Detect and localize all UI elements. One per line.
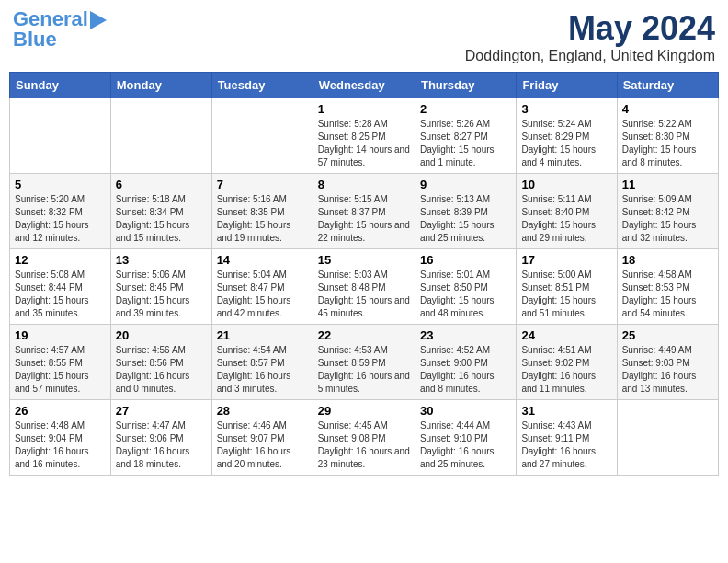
calendar-cell: 25Sunrise: 4:49 AMSunset: 9:03 PMDayligh… bbox=[617, 325, 718, 400]
day-info: Sunrise: 4:56 AMSunset: 8:56 PMDaylight:… bbox=[116, 344, 207, 396]
day-number: 19 bbox=[15, 328, 106, 342]
day-number: 7 bbox=[217, 178, 308, 191]
calendar-cell bbox=[617, 400, 718, 476]
month-title: May 2024 bbox=[465, 9, 715, 48]
day-info: Sunrise: 4:45 AMSunset: 9:08 PMDaylight:… bbox=[318, 419, 410, 471]
calendar-cell: 27Sunrise: 4:47 AMSunset: 9:06 PMDayligh… bbox=[110, 400, 211, 476]
day-info: Sunrise: 5:13 AMSunset: 8:39 PMDaylight:… bbox=[420, 193, 511, 245]
day-number: 14 bbox=[217, 253, 308, 267]
day-number: 21 bbox=[217, 328, 308, 342]
day-info: Sunrise: 4:52 AMSunset: 9:00 PMDaylight:… bbox=[420, 344, 511, 396]
day-info: Sunrise: 5:16 AMSunset: 8:35 PMDaylight:… bbox=[217, 193, 308, 245]
day-number: 10 bbox=[521, 178, 611, 191]
day-number: 5 bbox=[15, 178, 106, 191]
calendar-cell: 1Sunrise: 5:28 AMSunset: 8:25 PMDaylight… bbox=[313, 98, 415, 174]
day-number: 23 bbox=[420, 328, 511, 342]
calendar-cell: 12Sunrise: 5:08 AMSunset: 8:44 PMDayligh… bbox=[10, 249, 111, 325]
logo-text: General Blue bbox=[13, 9, 88, 50]
day-number: 6 bbox=[116, 178, 207, 191]
calendar-header-thursday: Thursday bbox=[415, 73, 516, 98]
day-info: Sunrise: 4:51 AMSunset: 9:02 PMDaylight:… bbox=[521, 344, 611, 396]
day-info: Sunrise: 4:53 AMSunset: 8:59 PMDaylight:… bbox=[318, 344, 410, 396]
day-info: Sunrise: 4:58 AMSunset: 8:53 PMDaylight:… bbox=[622, 269, 713, 320]
calendar-cell: 2Sunrise: 5:26 AMSunset: 8:27 PMDaylight… bbox=[415, 98, 516, 174]
calendar-cell: 31Sunrise: 4:43 AMSunset: 9:11 PMDayligh… bbox=[517, 400, 617, 476]
calendar-header-wednesday: Wednesday bbox=[313, 73, 415, 98]
calendar-cell: 18Sunrise: 4:58 AMSunset: 8:53 PMDayligh… bbox=[617, 249, 718, 325]
day-info: Sunrise: 5:00 AMSunset: 8:51 PMDaylight:… bbox=[521, 269, 611, 320]
calendar-week-row: 5Sunrise: 5:20 AMSunset: 8:32 PMDaylight… bbox=[10, 174, 719, 249]
day-number: 1 bbox=[318, 102, 410, 116]
calendar-cell: 10Sunrise: 5:11 AMSunset: 8:40 PMDayligh… bbox=[517, 174, 617, 249]
day-number: 22 bbox=[318, 328, 410, 342]
day-info: Sunrise: 4:57 AMSunset: 8:55 PMDaylight:… bbox=[15, 344, 106, 396]
day-number: 28 bbox=[217, 404, 308, 418]
day-info: Sunrise: 4:48 AMSunset: 9:04 PMDaylight:… bbox=[15, 419, 106, 471]
calendar-cell: 15Sunrise: 5:03 AMSunset: 8:48 PMDayligh… bbox=[313, 249, 415, 325]
calendar-cell: 17Sunrise: 5:00 AMSunset: 8:51 PMDayligh… bbox=[517, 249, 617, 325]
day-info: Sunrise: 5:24 AMSunset: 8:29 PMDaylight:… bbox=[521, 118, 611, 169]
day-number: 13 bbox=[116, 253, 207, 267]
day-info: Sunrise: 4:49 AMSunset: 9:03 PMDaylight:… bbox=[622, 344, 713, 396]
calendar-cell: 13Sunrise: 5:06 AMSunset: 8:45 PMDayligh… bbox=[110, 249, 211, 325]
day-info: Sunrise: 4:54 AMSunset: 8:57 PMDaylight:… bbox=[217, 344, 308, 396]
day-number: 9 bbox=[420, 178, 511, 191]
day-number: 20 bbox=[116, 328, 207, 342]
day-number: 2 bbox=[420, 102, 511, 116]
calendar-table: SundayMondayTuesdayWednesdayThursdayFrid… bbox=[9, 72, 719, 476]
calendar-cell: 26Sunrise: 4:48 AMSunset: 9:04 PMDayligh… bbox=[10, 400, 111, 476]
day-info: Sunrise: 5:18 AMSunset: 8:34 PMDaylight:… bbox=[116, 193, 207, 245]
day-number: 12 bbox=[15, 253, 106, 267]
day-number: 17 bbox=[521, 253, 611, 267]
calendar-week-row: 26Sunrise: 4:48 AMSunset: 9:04 PMDayligh… bbox=[10, 400, 719, 476]
calendar-cell: 21Sunrise: 4:54 AMSunset: 8:57 PMDayligh… bbox=[211, 325, 313, 400]
calendar-cell: 28Sunrise: 4:46 AMSunset: 9:07 PMDayligh… bbox=[211, 400, 313, 476]
calendar-cell bbox=[10, 98, 111, 174]
calendar-week-row: 12Sunrise: 5:08 AMSunset: 8:44 PMDayligh… bbox=[10, 249, 719, 325]
day-info: Sunrise: 5:09 AMSunset: 8:42 PMDaylight:… bbox=[622, 193, 713, 245]
day-info: Sunrise: 5:28 AMSunset: 8:25 PMDaylight:… bbox=[318, 118, 410, 169]
day-number: 29 bbox=[318, 404, 410, 418]
calendar-header-tuesday: Tuesday bbox=[211, 73, 313, 98]
day-info: Sunrise: 5:04 AMSunset: 8:47 PMDaylight:… bbox=[217, 269, 308, 320]
calendar-cell: 4Sunrise: 5:22 AMSunset: 8:30 PMDaylight… bbox=[617, 98, 718, 174]
page-header: General Blue May 2024 Doddington, Englan… bbox=[9, 9, 719, 64]
logo-icon bbox=[90, 11, 107, 37]
day-number: 24 bbox=[521, 328, 611, 342]
calendar-header-monday: Monday bbox=[110, 73, 211, 98]
calendar-cell: 11Sunrise: 5:09 AMSunset: 8:42 PMDayligh… bbox=[617, 174, 718, 249]
title-section: May 2024 Doddington, England, United Kin… bbox=[465, 9, 715, 64]
calendar-cell: 22Sunrise: 4:53 AMSunset: 8:59 PMDayligh… bbox=[313, 325, 415, 400]
calendar-cell: 16Sunrise: 5:01 AMSunset: 8:50 PMDayligh… bbox=[415, 249, 516, 325]
day-info: Sunrise: 4:43 AMSunset: 9:11 PMDaylight:… bbox=[521, 419, 611, 471]
logo: General Blue bbox=[13, 9, 107, 50]
day-number: 26 bbox=[15, 404, 106, 418]
calendar-week-row: 1Sunrise: 5:28 AMSunset: 8:25 PMDaylight… bbox=[10, 98, 719, 174]
calendar-cell: 29Sunrise: 4:45 AMSunset: 9:08 PMDayligh… bbox=[313, 400, 415, 476]
day-info: Sunrise: 5:20 AMSunset: 8:32 PMDaylight:… bbox=[15, 193, 106, 245]
calendar-cell: 7Sunrise: 5:16 AMSunset: 8:35 PMDaylight… bbox=[211, 174, 313, 249]
calendar-header-saturday: Saturday bbox=[617, 73, 718, 98]
day-number: 25 bbox=[622, 328, 713, 342]
day-number: 16 bbox=[420, 253, 511, 267]
calendar-header-sunday: Sunday bbox=[10, 73, 111, 98]
day-number: 4 bbox=[622, 102, 713, 116]
day-number: 15 bbox=[318, 253, 410, 267]
day-number: 8 bbox=[318, 178, 410, 191]
day-info: Sunrise: 5:26 AMSunset: 8:27 PMDaylight:… bbox=[420, 118, 511, 169]
day-info: Sunrise: 5:22 AMSunset: 8:30 PMDaylight:… bbox=[622, 118, 713, 169]
day-info: Sunrise: 5:15 AMSunset: 8:37 PMDaylight:… bbox=[318, 193, 410, 245]
calendar-cell: 19Sunrise: 4:57 AMSunset: 8:55 PMDayligh… bbox=[10, 325, 111, 400]
day-number: 31 bbox=[521, 404, 611, 418]
calendar-cell: 20Sunrise: 4:56 AMSunset: 8:56 PMDayligh… bbox=[110, 325, 211, 400]
calendar-cell: 9Sunrise: 5:13 AMSunset: 8:39 PMDaylight… bbox=[415, 174, 516, 249]
calendar-cell: 8Sunrise: 5:15 AMSunset: 8:37 PMDaylight… bbox=[313, 174, 415, 249]
calendar-header-friday: Friday bbox=[517, 73, 617, 98]
day-info: Sunrise: 4:46 AMSunset: 9:07 PMDaylight:… bbox=[217, 419, 308, 471]
day-number: 3 bbox=[521, 102, 611, 116]
day-info: Sunrise: 5:03 AMSunset: 8:48 PMDaylight:… bbox=[318, 269, 410, 320]
calendar-cell: 23Sunrise: 4:52 AMSunset: 9:00 PMDayligh… bbox=[415, 325, 516, 400]
calendar-cell bbox=[211, 98, 313, 174]
calendar-cell: 30Sunrise: 4:44 AMSunset: 9:10 PMDayligh… bbox=[415, 400, 516, 476]
calendar-cell bbox=[110, 98, 211, 174]
